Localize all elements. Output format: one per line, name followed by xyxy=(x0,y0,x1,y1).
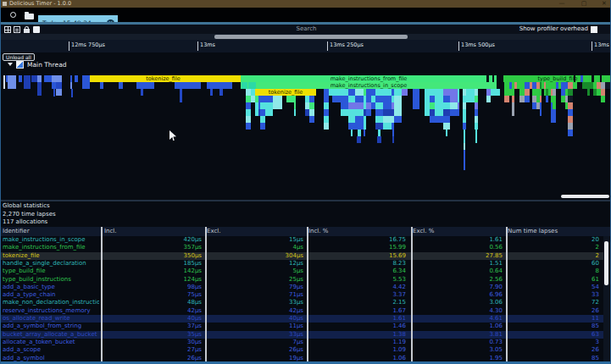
flame-bar[interactable] xyxy=(475,102,478,109)
flame-bar[interactable] xyxy=(357,136,361,143)
table-row[interactable]: add_a_type_chain75µs71µs3.376.9633 xyxy=(1,291,603,299)
flame-bar[interactable] xyxy=(458,96,459,102)
flame-bar[interactable] xyxy=(463,102,466,109)
flame-bar[interactable] xyxy=(355,109,364,116)
flame-bar[interactable] xyxy=(375,102,384,109)
flame-bar[interactable] xyxy=(136,82,154,89)
table-row[interactable]: type_build_instructions124µs25µs5.532.56… xyxy=(1,276,603,284)
flame-bar[interactable] xyxy=(464,163,465,170)
flame-bar[interactable] xyxy=(392,123,395,130)
flame-bar[interactable] xyxy=(355,96,364,102)
flame-bar[interactable] xyxy=(364,123,366,130)
flame-bar[interactable] xyxy=(273,102,281,109)
column-header[interactable]: Identifier xyxy=(3,227,30,236)
flame-bar[interactable] xyxy=(358,130,361,136)
flame-bar[interactable] xyxy=(260,116,265,123)
flame-bar[interactable] xyxy=(309,116,314,123)
flame-bar[interactable] xyxy=(553,89,556,96)
flame-bar[interactable] xyxy=(324,96,329,102)
flame-span-tokenize_file[interactable]: tokenize_file xyxy=(255,89,316,96)
flame-bar[interactable] xyxy=(248,82,256,89)
flame-bar[interactable] xyxy=(443,102,450,109)
flame-bar[interactable] xyxy=(265,96,273,102)
flame-bar[interactable] xyxy=(540,96,542,102)
flame-bar[interactable] xyxy=(383,116,391,123)
flame-bar[interactable] xyxy=(413,96,419,102)
flame-bar[interactable] xyxy=(82,75,90,82)
table-scrollbar-thumb[interactable] xyxy=(604,241,608,285)
table-row[interactable]: reserve_instructions_memory42µs42µs1.674… xyxy=(1,307,603,315)
flame-bar[interactable] xyxy=(443,89,450,96)
flame-bar[interactable] xyxy=(463,123,466,130)
flame-bar[interactable] xyxy=(546,96,548,102)
flame-bar[interactable] xyxy=(348,89,355,96)
column-separator[interactable] xyxy=(101,227,103,361)
flame-bar[interactable] xyxy=(355,123,364,130)
flame-bar[interactable] xyxy=(605,82,610,89)
flame-bar[interactable] xyxy=(19,75,23,82)
flame-bar[interactable] xyxy=(450,89,458,96)
flame-bar[interactable] xyxy=(180,89,182,102)
flame-bar[interactable] xyxy=(540,109,542,116)
flame-bar[interactable] xyxy=(341,96,348,102)
flame-bar[interactable] xyxy=(450,102,458,109)
flame-bar[interactable] xyxy=(265,102,273,109)
column-header[interactable]: Incl. % xyxy=(308,227,328,236)
flame-bar[interactable] xyxy=(475,96,478,102)
column-header[interactable]: Excl. xyxy=(207,227,220,236)
flame-bar[interactable] xyxy=(580,75,583,82)
flame-bar[interactable] xyxy=(601,89,604,96)
table-row[interactable]: make_instructions_in_scope420µs15µs16.75… xyxy=(1,236,603,244)
flame-bar[interactable] xyxy=(464,150,465,157)
flame-bar[interactable] xyxy=(332,89,341,96)
flame-bar[interactable] xyxy=(119,82,123,89)
flame-bar[interactable] xyxy=(553,109,556,116)
flame-bar[interactable] xyxy=(348,116,355,123)
flame-bar[interactable] xyxy=(458,89,459,96)
flame-bar[interactable] xyxy=(464,130,465,136)
flame-bar[interactable] xyxy=(348,96,355,102)
flame-bar[interactable] xyxy=(100,82,103,89)
flame-bar[interactable] xyxy=(348,102,355,109)
flame-bar[interactable] xyxy=(375,96,384,102)
flame-bar[interactable] xyxy=(600,75,602,82)
flame-bar[interactable] xyxy=(553,116,556,123)
flame-bar[interactable] xyxy=(309,109,314,116)
flame-bar[interactable] xyxy=(568,116,573,123)
flame-bar[interactable] xyxy=(486,75,489,82)
flame-bar[interactable] xyxy=(375,123,384,130)
flame-bar[interactable] xyxy=(394,116,401,123)
flame-bar[interactable] xyxy=(492,75,494,82)
flame-bar[interactable] xyxy=(355,102,364,109)
flame-bar[interactable] xyxy=(402,89,408,96)
flame-bar[interactable] xyxy=(475,123,478,130)
flame-bar[interactable] xyxy=(553,102,556,109)
flame-bar[interactable] xyxy=(348,109,355,116)
flame-bar[interactable] xyxy=(341,102,348,109)
flame-bar[interactable] xyxy=(8,82,16,89)
flame-bar[interactable] xyxy=(383,102,391,109)
flame-bar[interactable] xyxy=(24,82,31,89)
flame-bar[interactable] xyxy=(446,130,447,136)
column-separator[interactable] xyxy=(205,227,207,361)
flame-bar[interactable] xyxy=(512,109,514,116)
flame-bar[interactable] xyxy=(435,96,443,102)
flame-bar[interactable] xyxy=(568,96,573,102)
table-row[interactable]: os_allocate_read_write40µs40µs1.614.6111 xyxy=(1,315,603,323)
flame-bar[interactable] xyxy=(435,102,443,109)
flame-bar[interactable] xyxy=(443,96,450,102)
flame-bar[interactable] xyxy=(568,130,573,136)
flame-bar[interactable] xyxy=(375,109,384,116)
flame-bar[interactable] xyxy=(394,102,401,109)
flame-bar[interactable] xyxy=(475,116,478,123)
flame-bar[interactable] xyxy=(413,102,419,109)
flame-bar[interactable] xyxy=(210,89,213,96)
flame-bar[interactable] xyxy=(587,89,590,96)
flame-bar[interactable] xyxy=(175,82,201,89)
table-row[interactable]: allocate_a_token_bucket30µs7µs1.190.733 xyxy=(1,339,603,346)
flame-bar[interactable] xyxy=(324,109,329,116)
table-row[interactable]: tokenize_file350µs304µs15.6927.852 xyxy=(1,252,603,260)
flame-bar[interactable] xyxy=(463,109,466,116)
flame-bar[interactable] xyxy=(355,89,364,96)
flame-bar[interactable] xyxy=(246,123,251,130)
